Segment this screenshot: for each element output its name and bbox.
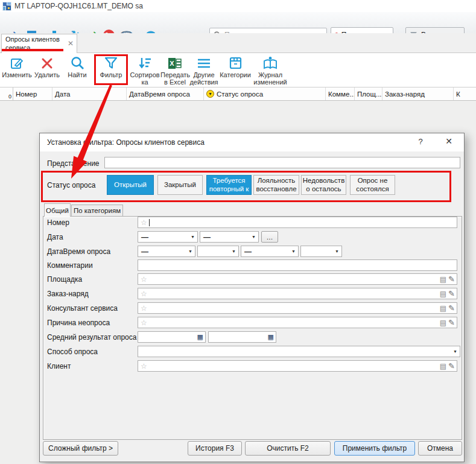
status-option-open[interactable]: Открытый xyxy=(107,175,154,195)
status-option-dissatisfied[interactable]: Недовольств о осталось xyxy=(301,175,346,195)
filter-button[interactable]: Фильтр xyxy=(95,55,127,78)
dropdown-caret-icon: ▼ xyxy=(191,235,195,239)
dropdown-caret-icon: ▼ xyxy=(232,249,236,253)
calculator-icon[interactable]: ▦ xyxy=(268,334,274,340)
calculator-icon[interactable]: ▦ xyxy=(197,334,203,340)
sort-icon xyxy=(129,55,160,71)
dialog-title: Установка фильтра: Опросы клиентов серви… xyxy=(47,138,205,147)
datavremya-op1-combo[interactable]: —▼ xyxy=(138,246,195,257)
filter-funnel-icon xyxy=(95,55,127,71)
button-label: Удалить xyxy=(33,71,62,78)
prichina-label: Причина неопроса xyxy=(47,319,110,327)
konsultant-input[interactable]: ☆ ▤✎ xyxy=(138,302,457,314)
dropdown-caret-icon: ▼ xyxy=(453,349,457,354)
column-header-klient[interactable]: К xyxy=(454,87,476,100)
dropdown-caret-icon: ▼ xyxy=(291,249,296,253)
button-label: Передать в Excel xyxy=(160,71,189,86)
export-excel-button[interactable]: X Передать в Excel xyxy=(160,55,189,86)
button-label: Найти xyxy=(63,71,92,78)
column-header-ploshchadka[interactable]: Площ... xyxy=(355,87,382,100)
dialog-help-button[interactable]: ? xyxy=(413,137,428,148)
column-header-datavremya[interactable]: ДатаВремя опроса xyxy=(127,87,204,100)
status-option-closed[interactable]: Закрытый xyxy=(157,175,203,195)
column-header-data[interactable]: Дата xyxy=(52,87,127,100)
change-log-button[interactable]: Журнал изменений xyxy=(252,55,288,86)
data-more-button[interactable]: … xyxy=(261,231,278,243)
star-icon: ☆ xyxy=(141,275,147,284)
button-label: Журнал изменений xyxy=(252,71,288,86)
status-option-repeat[interactable]: Требуется повторный к xyxy=(206,175,252,195)
button-label: Категории xyxy=(218,71,252,78)
nomer-input[interactable]: ☆ xyxy=(138,217,457,228)
dialog-titlebar[interactable]: Установка фильтра: Опросы клиентов серви… xyxy=(40,133,464,151)
sort-button[interactable]: Сортировка xyxy=(129,55,160,86)
zakaz-input[interactable]: ☆ ▤✎ xyxy=(138,288,457,299)
edit-pencil-icon[interactable]: ✎ xyxy=(448,275,455,284)
status-option-loyalty[interactable]: Лояльность восстановле xyxy=(253,175,299,195)
data-op1-combo[interactable]: —▼ xyxy=(138,231,198,243)
column-header-nomer[interactable]: Номер xyxy=(13,87,52,100)
klient-input[interactable]: ☆ ▤✎ xyxy=(138,360,457,372)
find-button[interactable]: Найти xyxy=(63,55,92,78)
data-op2-combo[interactable]: —▼ xyxy=(200,231,259,243)
cancel-button[interactable]: Отмена xyxy=(418,441,462,456)
journal-book-icon xyxy=(252,55,288,71)
edit-pencil-icon[interactable]: ✎ xyxy=(448,318,455,327)
prichina-input[interactable]: ☆ ▤✎ xyxy=(138,317,457,328)
main-toolbar: ⇄ ▼ ↻ ⇄ 9+ ☎▼ ▼ Поиск клиентов xyxy=(0,12,476,34)
view-input[interactable] xyxy=(104,157,460,168)
star-icon: ☆ xyxy=(141,304,147,313)
tab-close-icon[interactable]: ✕ xyxy=(68,40,74,47)
datavremya-val1-combo[interactable]: ▼ xyxy=(197,246,239,257)
delete-icon xyxy=(33,55,62,71)
edit-pencil-icon[interactable]: ✎ xyxy=(448,361,455,370)
klient-label: Клиент xyxy=(47,362,71,370)
button-label: Изменить xyxy=(1,71,33,78)
lookup-list-icon[interactable]: ▤ xyxy=(440,362,446,370)
delete-button[interactable]: Удалить xyxy=(33,55,62,78)
datavremya-val2-combo[interactable]: ▼ xyxy=(300,246,342,257)
clear-button[interactable]: Очистить F2 xyxy=(245,441,331,456)
sredniy-label: Средний результат опроса xyxy=(47,333,136,342)
box-icon xyxy=(218,55,252,71)
kommentarii-input[interactable] xyxy=(138,259,457,271)
window-titlebar: MT LAPTOP-QOJH1C61.MT_DEMO sa xyxy=(0,0,476,12)
advanced-filter-button[interactable]: Сложный фильтр > xyxy=(43,441,118,456)
lookup-list-icon[interactable]: ▤ xyxy=(440,275,446,284)
tab-general[interactable]: Общий xyxy=(44,203,71,217)
column-header-kommentarii[interactable]: Комме... xyxy=(326,87,355,100)
apply-filter-button[interactable]: Применить фильтр xyxy=(334,441,415,456)
categories-button[interactable]: Категории xyxy=(218,55,252,78)
window-title: MT LAPTOP-QOJH1C61.MT_DEMO sa xyxy=(14,2,143,10)
star-icon: ☆ xyxy=(141,218,147,227)
column-header-status[interactable]: ▼ Статус опроса xyxy=(204,87,326,100)
grid-header: 0 Номер Дата ДатаВремя опроса ▼ Статус о… xyxy=(0,87,476,101)
ploshchadka-input[interactable]: ☆ ▤✎ xyxy=(138,273,457,285)
menu-lines-icon xyxy=(189,55,218,71)
more-actions-button[interactable]: Другие действия xyxy=(189,55,218,86)
edit-pencil-icon[interactable]: ✎ xyxy=(448,289,455,298)
text-caret xyxy=(149,219,150,226)
tab-by-categories[interactable]: По категориям xyxy=(71,205,123,217)
tab-label: Опросы клиентов сервиса xyxy=(5,36,60,51)
sredniy-from-input[interactable]: ▦ xyxy=(138,331,206,343)
lookup-list-icon[interactable]: ▤ xyxy=(440,290,446,298)
sposob-combo[interactable]: ▼ xyxy=(138,346,460,357)
datavremya-op2-combo[interactable]: —▼ xyxy=(241,246,299,257)
lookup-list-icon[interactable]: ▤ xyxy=(440,319,446,327)
column-header-zakaz[interactable]: Заказ-наряд xyxy=(382,87,454,100)
lookup-list-icon[interactable]: ▤ xyxy=(440,304,446,313)
edit-pencil-icon[interactable]: ✎ xyxy=(448,304,455,313)
status-option-not-held[interactable]: Опрос не состоялся xyxy=(350,175,395,195)
row-indicator-cell: 0 xyxy=(0,87,13,100)
history-button[interactable]: История F3 xyxy=(188,441,242,456)
document-tabstrip: Опросы клиентов сервиса ✕ xyxy=(0,33,476,53)
edit-button[interactable]: Изменить xyxy=(1,55,33,78)
datavremya-label: ДатаВремя опроса xyxy=(47,247,110,256)
edit-icon xyxy=(1,55,33,71)
sredniy-to-input[interactable]: ▦ xyxy=(208,331,276,343)
dialog-close-icon[interactable]: ✕ xyxy=(441,136,457,148)
dropdown-caret-icon: ▼ xyxy=(188,249,192,253)
tab-service-surveys[interactable]: Опросы клиентов сервиса ✕ xyxy=(1,34,77,54)
status-label: Статус опроса xyxy=(47,181,95,189)
